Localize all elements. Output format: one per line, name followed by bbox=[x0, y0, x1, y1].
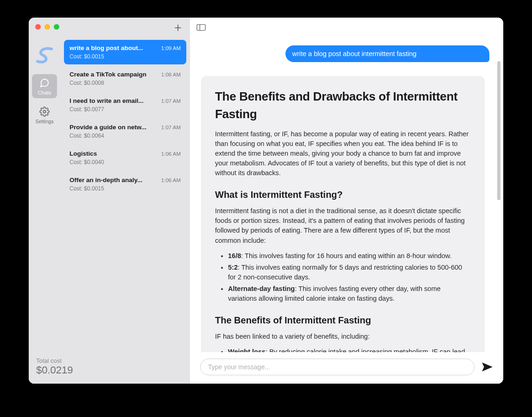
list-item: 16/8: This involves fasting for 16 hours… bbox=[228, 251, 471, 261]
total-cost-value: $0.0219 bbox=[36, 364, 183, 376]
chat-item-cost: Cost: $0.0064 bbox=[70, 133, 181, 139]
nav-settings-button[interactable]: Settings bbox=[32, 103, 57, 127]
chat-list-item[interactable]: write a blog post about...1:09 AMCost: $… bbox=[64, 40, 186, 64]
chat-list-item[interactable]: Create a TikTok campaign1:08 AMCost: $0.… bbox=[64, 66, 186, 91]
total-cost-label: Total cost bbox=[36, 357, 183, 364]
toggle-sidebar-button[interactable] bbox=[196, 24, 206, 32]
article-title: The Benefits and Drawbacks of Intermitte… bbox=[215, 88, 471, 123]
nav-chats-label: Chats bbox=[38, 90, 51, 95]
nav-chats-button[interactable]: Chats bbox=[32, 74, 57, 98]
app-logo-icon bbox=[34, 44, 55, 66]
conversation-header bbox=[190, 18, 503, 38]
chat-item-cost: Cost: $0.0015 bbox=[70, 185, 181, 192]
article-p-benefits: IF has been linked to a variety of benef… bbox=[215, 332, 471, 341]
send-button[interactable] bbox=[481, 361, 493, 373]
gear-icon bbox=[39, 107, 50, 117]
composer bbox=[190, 352, 503, 384]
user-message-text: write a blog post about intermittent fas… bbox=[292, 50, 416, 57]
chat-item-cost: Cost: $0.0015 bbox=[70, 53, 181, 60]
chat-item-time: 1:09 AM bbox=[161, 45, 181, 51]
svg-point-0 bbox=[43, 110, 46, 113]
chat-list-panel: write a blog post about...1:09 AMCost: $… bbox=[60, 18, 190, 384]
svg-rect-3 bbox=[197, 25, 205, 31]
article-list-benefits: Weight loss: By reducing calorie intake … bbox=[215, 347, 471, 352]
article-list-types: 16/8: This involves fasting for 16 hours… bbox=[215, 251, 471, 303]
assistant-message: The Benefits and Drawbacks of Intermitte… bbox=[201, 76, 485, 352]
new-chat-button[interactable] bbox=[172, 22, 184, 33]
chat-list-item[interactable]: Offer an in-depth analy...1:06 AMCost: $… bbox=[64, 172, 186, 196]
app-window: Chats Settings write a blog post about..… bbox=[29, 18, 503, 384]
chat-item-time: 1:07 AM bbox=[161, 98, 181, 104]
window-controls bbox=[35, 24, 59, 30]
chat-list: write a blog post about...1:09 AMCost: $… bbox=[60, 38, 190, 384]
chat-list-item[interactable]: Logistics1:06 AMCost: $0.0040 bbox=[64, 145, 186, 170]
chat-list-header bbox=[60, 18, 190, 38]
article-h2-benefits: The Benefits of Intermittent Fasting bbox=[215, 314, 471, 327]
chat-item-title: Provide a guide on netw... bbox=[70, 124, 146, 131]
chat-item-time: 1:06 AM bbox=[161, 177, 181, 183]
list-item: 5:2: This involves eating normally for 5… bbox=[228, 263, 471, 282]
conversation-panel: write a blog post about intermittent fas… bbox=[190, 18, 503, 384]
chat-item-title: Offer an in-depth analy... bbox=[70, 177, 142, 183]
list-item: Alternate-day fasting: This involves fas… bbox=[228, 284, 471, 303]
chat-item-title: I need to write an email... bbox=[70, 97, 144, 104]
chat-item-cost: Cost: $0.0008 bbox=[70, 80, 181, 86]
user-message-bubble: write a blog post about intermittent fas… bbox=[285, 45, 489, 62]
chat-item-cost: Cost: $0.0040 bbox=[70, 159, 181, 165]
chat-item-cost: Cost: $0.0077 bbox=[70, 106, 181, 113]
minimize-icon[interactable] bbox=[44, 24, 50, 30]
list-item: Weight loss: By reducing calorie intake … bbox=[228, 347, 471, 352]
chat-item-title: Create a TikTok campaign bbox=[70, 71, 146, 78]
chat-item-title: Logistics bbox=[70, 150, 97, 157]
chat-icon bbox=[39, 78, 50, 88]
cost-footer: Total cost $0.0219 bbox=[29, 352, 190, 384]
chat-list-item[interactable]: I need to write an email...1:07 AMCost: … bbox=[64, 93, 186, 117]
chat-item-time: 1:08 AM bbox=[161, 72, 181, 77]
conversation-scroll[interactable]: write a blog post about intermittent fas… bbox=[190, 38, 503, 352]
close-icon[interactable] bbox=[35, 24, 41, 30]
send-icon bbox=[481, 361, 493, 373]
nav-settings-label: Settings bbox=[35, 119, 54, 124]
article-p-what-is: Intermittent fasting is not a diet in th… bbox=[215, 206, 471, 245]
nav-rail: Chats Settings bbox=[29, 18, 60, 384]
chat-item-time: 1:07 AM bbox=[161, 125, 181, 130]
article-h2-what-is: What is Intermittent Fasting? bbox=[215, 188, 471, 202]
chat-item-title: write a blog post about... bbox=[70, 44, 143, 51]
chat-list-item[interactable]: Provide a guide on netw...1:07 AMCost: $… bbox=[64, 119, 186, 144]
article-intro: Intermittent fasting, or IF, has become … bbox=[215, 129, 471, 178]
scrollbar-thumb[interactable] bbox=[497, 61, 500, 200]
plus-icon bbox=[173, 23, 183, 32]
chat-item-time: 1:06 AM bbox=[161, 151, 181, 157]
sidebar-icon bbox=[196, 24, 206, 31]
maximize-icon[interactable] bbox=[54, 24, 59, 30]
message-input[interactable] bbox=[200, 359, 475, 375]
